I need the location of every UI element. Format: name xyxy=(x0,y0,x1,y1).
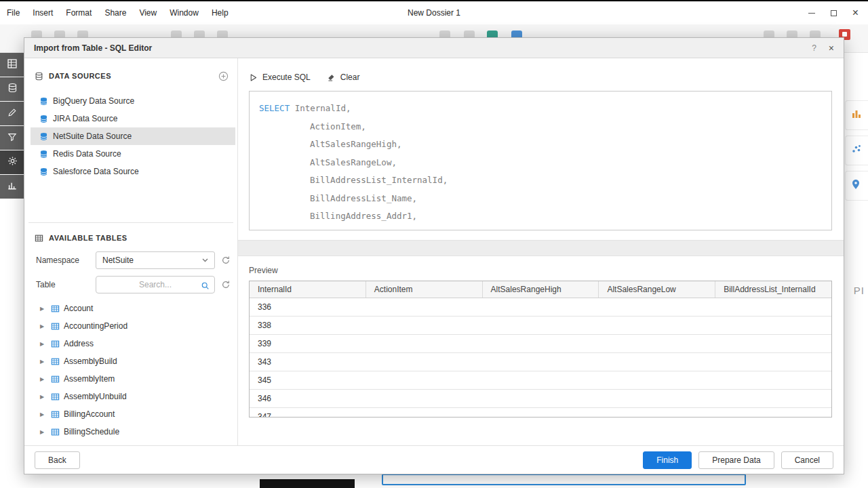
expand-caret-icon[interactable]: ▶ xyxy=(40,394,47,400)
panel-divider xyxy=(28,222,233,223)
rail-datasets-button[interactable] xyxy=(0,77,24,101)
maximize-button[interactable] xyxy=(831,10,837,16)
back-button[interactable]: Back xyxy=(35,451,80,469)
namespace-select[interactable]: NetSuite xyxy=(96,251,215,269)
available-tables-header: AVAILABLE TABLES xyxy=(49,234,229,242)
window-controls: × xyxy=(808,1,859,24)
expand-caret-icon[interactable]: ▶ xyxy=(40,376,47,382)
titlebar: FileInsertFormatShareViewWindowHelp New … xyxy=(0,0,868,24)
window-close-button[interactable]: × xyxy=(852,7,859,18)
table-item[interactable]: ▶Account xyxy=(24,300,237,317)
database-icon xyxy=(39,150,48,159)
preview-column-header[interactable]: ActionItem xyxy=(366,281,483,298)
rail-filter-button[interactable] xyxy=(0,126,24,150)
table-label: Table xyxy=(36,280,96,289)
menu-item-window[interactable]: Window xyxy=(170,8,199,18)
preview-body: 336338339343345346347 xyxy=(250,298,831,418)
preview-cell xyxy=(599,353,715,371)
database-icon xyxy=(39,167,48,176)
expand-caret-icon[interactable]: ▶ xyxy=(40,359,47,365)
rail-grid-button[interactable] xyxy=(0,53,24,77)
cancel-button[interactable]: Cancel xyxy=(781,451,833,469)
data-source-item[interactable]: Redis Data Source xyxy=(31,145,235,163)
rail-edit-button[interactable] xyxy=(0,102,24,125)
data-source-label: JIRA Data Source xyxy=(53,114,117,123)
data-source-item[interactable]: NetSuite Data Source xyxy=(31,127,235,145)
preview-column-header[interactable]: AltSalesRangeLow xyxy=(599,281,715,298)
sql-line: BillingAddress_Addr2, xyxy=(259,226,822,231)
minimize-button[interactable] xyxy=(808,13,815,14)
add-data-source-button[interactable] xyxy=(218,71,229,81)
preview-cell xyxy=(599,335,715,352)
preview-cell xyxy=(715,298,831,316)
refresh-namespace-icon[interactable] xyxy=(221,256,231,265)
preview-cell: 346 xyxy=(250,390,366,407)
preview-cell xyxy=(366,298,483,316)
preview-cell xyxy=(599,298,715,316)
finish-button[interactable]: Finish xyxy=(643,451,692,469)
expand-caret-icon[interactable]: ▶ xyxy=(40,411,47,418)
expand-caret-icon[interactable]: ▶ xyxy=(40,323,47,329)
preview-cell xyxy=(599,390,715,407)
selected-canvas-element[interactable] xyxy=(382,474,746,485)
data-source-item[interactable]: Salesforce Data Source xyxy=(31,163,235,180)
menu-item-file[interactable]: File xyxy=(7,8,20,18)
execute-sql-button[interactable]: Execute SQL xyxy=(249,73,311,82)
horizontal-scrollbar[interactable] xyxy=(238,240,844,256)
viz-scatter-button[interactable] xyxy=(845,136,868,165)
sql-editor[interactable]: SELECT InternalId,ActionItem,AltSalesRan… xyxy=(249,91,832,230)
table-icon xyxy=(51,375,60,384)
table-name-label: AccountingPeriod xyxy=(64,321,127,331)
preview-column-header[interactable]: BillAddressList_InternalId xyxy=(715,281,831,298)
preview-cell xyxy=(366,353,483,371)
data-source-item[interactable]: BigQuery Data Source xyxy=(31,92,235,110)
preview-cell xyxy=(482,335,599,352)
table-item[interactable]: ▶BillingSchedule xyxy=(24,423,237,441)
table-item[interactable]: ▶AssemblyItem xyxy=(24,370,237,388)
expand-caret-icon[interactable]: ▶ xyxy=(40,306,47,312)
menu-item-format[interactable]: Format xyxy=(66,8,92,18)
table-name-label: BillingSchedule xyxy=(64,427,119,436)
data-source-label: BigQuery Data Source xyxy=(53,96,134,106)
expand-caret-icon[interactable]: ▶ xyxy=(40,429,47,435)
viz-bar-chart-button[interactable] xyxy=(845,100,868,130)
preview-cell xyxy=(599,408,715,418)
menu-item-share[interactable]: Share xyxy=(104,8,126,18)
menu-item-view[interactable]: View xyxy=(139,8,157,18)
table-item[interactable]: ▶BillingAccount xyxy=(24,405,237,423)
preview-label: Preview xyxy=(249,266,832,275)
data-source-item[interactable]: JIRA Data Source xyxy=(31,110,235,127)
prepare-data-button[interactable]: Prepare Data xyxy=(698,451,774,469)
preview-cell xyxy=(482,408,599,418)
preview-cell xyxy=(482,353,599,371)
preview-column-header[interactable]: InternalId xyxy=(250,281,366,298)
table-item[interactable]: ▶Address xyxy=(24,335,237,352)
menu-item-help[interactable]: Help xyxy=(212,8,229,18)
table-item[interactable]: ▶AccountingPeriod xyxy=(24,317,237,335)
expand-caret-icon[interactable]: ▶ xyxy=(40,341,47,347)
rail-visualizations-button[interactable] xyxy=(0,175,24,199)
table-name-label: Account xyxy=(64,304,93,313)
rail-settings-button[interactable] xyxy=(0,150,24,174)
right-panel-text: PI xyxy=(854,285,865,296)
database-icon xyxy=(39,115,48,123)
help-icon[interactable]: ? xyxy=(812,43,816,53)
table-search-input[interactable] xyxy=(96,277,214,293)
funnel-icon xyxy=(7,132,17,144)
viz-map-button[interactable] xyxy=(845,171,868,201)
import-table-dialog: Import from Table - SQL Editor ? × DATA … xyxy=(24,37,844,474)
preview-column-header[interactable]: AltSalesRangeHigh xyxy=(483,281,599,298)
menu-item-insert[interactable]: Insert xyxy=(33,8,53,18)
preview-row: 339 xyxy=(250,335,831,353)
dialog-close-icon[interactable]: × xyxy=(829,43,834,54)
clear-button[interactable]: Clear xyxy=(327,73,360,82)
database-icon xyxy=(39,97,48,106)
table-item[interactable]: ▶AssemblyBuild xyxy=(24,352,237,370)
execute-sql-label: Execute SQL xyxy=(262,73,311,82)
eraser-icon xyxy=(327,73,336,82)
preview-cell xyxy=(482,298,599,316)
preview-row: 343 xyxy=(250,353,831,371)
refresh-tables-icon[interactable] xyxy=(221,280,231,289)
table-item[interactable]: ▶AssemblyUnbuild xyxy=(24,388,237,405)
preview-cell: 336 xyxy=(250,298,366,316)
